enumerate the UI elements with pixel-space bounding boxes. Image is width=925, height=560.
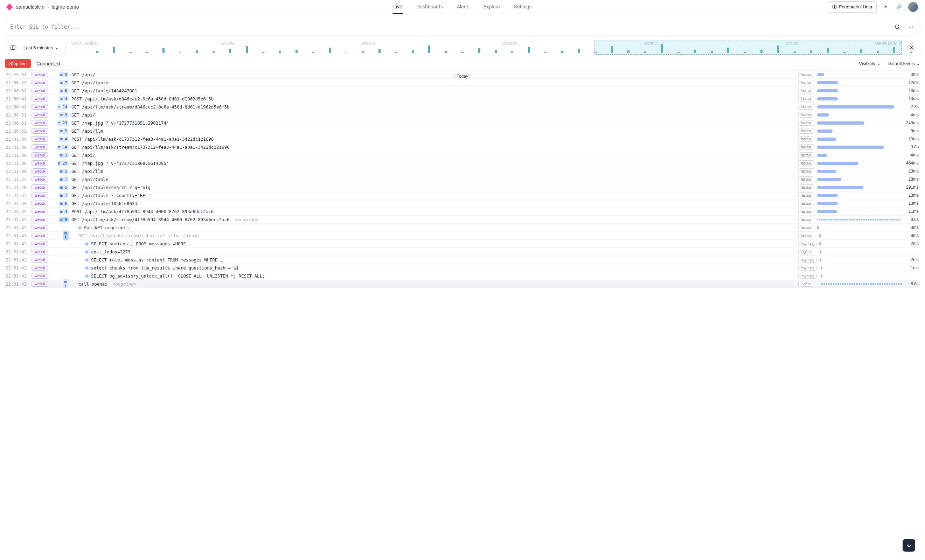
- span-row[interactable]: 22:31:42webuiFastAPI argumentsfastapi3ms: [5, 224, 920, 232]
- expand-badge[interactable]: ⊞ 29: [57, 161, 69, 166]
- timeline-bar: [130, 52, 132, 53]
- span-row[interactable]: 22:31:40webui⊞ 6GET /api/table/105616862…: [5, 200, 920, 208]
- breadcrumb-project[interactable]: logfire-demo: [52, 4, 79, 10]
- span-row[interactable]: 22:30:29webui⊞ 7GET /api/tablefastapi12m…: [5, 79, 920, 87]
- span-row[interactable]: 22:31:25webui⊞ 7GET /api/tablefastapi18m…: [5, 175, 920, 184]
- nav-dashboards[interactable]: Dashboards: [416, 0, 444, 14]
- span-tree: ⊞ 29: [56, 120, 70, 126]
- timeline-bar: [910, 52, 912, 53]
- timeline-chart[interactable]: Sep 30, 22:26:51 Sep 30, 22:31:51 22:27:…: [71, 42, 902, 53]
- expand-badge[interactable]: ⊞ 14: [57, 145, 69, 150]
- span-message: GET /map.jpg ? v='1727731851.2902174': [70, 120, 798, 126]
- zoom-in-button[interactable]: [907, 43, 916, 52]
- span-duration: 464ms: [902, 161, 920, 166]
- expand-badge[interactable]: ⊞ 5: [59, 169, 69, 174]
- origin-tag: fastapi: [798, 88, 814, 93]
- span-row[interactable]: 22:31:42webuiSELECT role, mess…as conten…: [5, 256, 920, 264]
- span-tree: ⊞ 5: [56, 169, 70, 174]
- expand-badge[interactable]: ⊞ 3: [59, 112, 69, 117]
- span-row[interactable]: 22:31:08webui⊞ 29GET /map.jpg ? v='17277…: [5, 159, 920, 167]
- origin-tag: asyncpg: [798, 241, 817, 246]
- avatar[interactable]: [908, 2, 918, 12]
- levels-dropdown[interactable]: Default levels ⌄: [887, 61, 920, 66]
- expand-badge[interactable]: ⊟ 5: [63, 231, 69, 241]
- span-row[interactable]: 22:31:42webuiSELECT sum(cost) FROM messa…: [5, 240, 920, 248]
- timeline-bar: [445, 51, 447, 53]
- theme-toggle-icon[interactable]: ☀: [881, 3, 890, 11]
- span-row[interactable]: 22:31:00webui⊞ 14GET /api/llm/ask/stream…: [5, 143, 920, 151]
- span-message: GET /map.jpg ? v='1727731868.5614395': [70, 161, 798, 166]
- expand-badge[interactable]: ⊞ 14: [57, 104, 69, 110]
- timeline-selection[interactable]: [595, 41, 902, 54]
- span-row[interactable]: 22:30:51webui⊞ 29GET /map.jpg ? v='17277…: [5, 119, 920, 127]
- span-row[interactable]: 22:31:42webuiselect chunks from llm_resu…: [5, 264, 920, 272]
- span-time: 22:31:42: [5, 273, 29, 278]
- span-duration-bar: [817, 153, 902, 158]
- search-icon[interactable]: [893, 23, 902, 31]
- expand-badge[interactable]: ⊞ 5: [59, 128, 69, 134]
- nav-live[interactable]: Live: [392, 0, 403, 14]
- span-row[interactable]: 22:30:31webui⊞ 6GET /api/table/148424788…: [5, 87, 920, 95]
- stop-live-button[interactable]: Stop live: [5, 59, 31, 68]
- chevron-down-icon: ⌄: [877, 61, 881, 66]
- breadcrumb-org[interactable]: samuelcolvin: [16, 4, 44, 10]
- span-duration-bar: [817, 201, 902, 206]
- expand-badge[interactable]: ⊞ 4: [59, 96, 69, 101]
- span-row[interactable]: 22:31:42webui⊟ 5GET /api/llm/ask/stream/…: [5, 232, 920, 240]
- span-row[interactable]: 22:30:41webui⊞ 14GET /api/llm/ask/stream…: [5, 103, 920, 111]
- expand-badge[interactable]: ⊞ 4: [59, 209, 69, 214]
- nav-explore[interactable]: Explore: [482, 0, 500, 14]
- service-tag: webui: [32, 160, 48, 166]
- span-row[interactable]: 22:31:42webui⊞ 4POST /api/llm/ask/4f78a5…: [5, 208, 920, 215]
- sql-filter-input[interactable]: [10, 24, 893, 30]
- origin-tag: fastapi: [798, 112, 814, 117]
- expand-badge[interactable]: ⊟ 9: [59, 217, 69, 222]
- expand-badge[interactable]: ⊞ 7: [59, 80, 69, 86]
- span-row[interactable]: 22:31:42webui⊟ 9GET /api/llm/ask/stream/…: [5, 215, 920, 224]
- feedback-button[interactable]: ⓘ Feedback / Help: [828, 2, 877, 13]
- expand-badge[interactable]: ⊞ 5: [59, 185, 69, 190]
- span-list: Today 22:29:51webui⊞ 3GET /api/fastapi3m…: [5, 70, 920, 288]
- span-row[interactable]: 22:30:41webui⊞ 4POST /api/llm/ask/d846cc…: [5, 95, 920, 103]
- span-row[interactable]: 22:31:08webui⊞ 3GET /api/fastapi4ms: [5, 151, 920, 159]
- span-row[interactable]: 22:31:32webui⊞ 7GET /api/table ? country…: [5, 191, 920, 200]
- timeline-bar: [578, 49, 580, 53]
- expand-badge[interactable]: ⊞ 3: [59, 72, 69, 77]
- span-origin: fastapi: [798, 88, 817, 93]
- expand-badge[interactable]: ⊞ 4: [59, 137, 69, 142]
- span-row[interactable]: 22:30:52webui⊞ 5GET /api/llmfastapi9ms: [5, 127, 920, 135]
- expand-badge[interactable]: ⊞ 7: [59, 193, 69, 198]
- more-icon[interactable]: ⋯: [907, 23, 915, 31]
- expand-badge[interactable]: ⊞ 1: [63, 279, 69, 288]
- origin-tag: asyncpg: [798, 257, 817, 262]
- nav-settings[interactable]: Settings: [513, 0, 533, 14]
- span-row[interactable]: 22:31:00webui⊞ 4POST /api/llm/ask/c17373…: [5, 135, 920, 143]
- span-row[interactable]: 22:31:08webui⊞ 5GET /api/llmfastapi10ms: [5, 167, 920, 175]
- span-time: 22:31:42: [5, 265, 29, 271]
- span-time: 22:31:32: [5, 193, 29, 198]
- sidebar-toggle-icon[interactable]: [9, 44, 17, 52]
- span-service: webui: [32, 88, 56, 93]
- link-icon[interactable]: 🔗: [895, 3, 903, 11]
- span-row[interactable]: 22:30:51webui⊞ 3GET /api/fastapi4ms: [5, 111, 920, 119]
- timeline-bar: [279, 51, 281, 53]
- today-pill: Today: [453, 73, 472, 80]
- span-row[interactable]: 22:31:42webui⊞ 1call openai<ongoing>logf…: [5, 280, 920, 288]
- expand-badge[interactable]: ⊞ 7: [59, 177, 69, 182]
- service-tag: webui: [32, 96, 48, 101]
- span-row[interactable]: 22:31:28webui⊞ 5GET /api/table/search ? …: [5, 184, 920, 191]
- span-duration-bar: [817, 185, 902, 190]
- span-duration-bar: [817, 72, 902, 77]
- span-origin: logfire: [798, 249, 817, 254]
- time-range-button[interactable]: Last 5 minutes ⌄: [23, 44, 60, 52]
- expand-badge[interactable]: ⊞ 6: [59, 88, 69, 93]
- expand-badge[interactable]: ⊞ 6: [59, 201, 69, 206]
- visibility-dropdown[interactable]: Visibility ⌄: [859, 61, 881, 66]
- span-row[interactable]: 22:31:42webuicost_today=2273logfire: [5, 248, 920, 256]
- nav-alerts[interactable]: Alerts: [456, 0, 470, 14]
- expand-badge[interactable]: ⊞ 3: [59, 153, 69, 158]
- span-message-text: GET /map.jpg ? v='1727731868.5614395': [71, 161, 169, 166]
- span-row[interactable]: 22:31:42webuiSELECT pg_advisory_unlock_a…: [5, 272, 920, 280]
- expand-badge[interactable]: ⊞ 29: [57, 120, 69, 126]
- span-duration: 3.8s: [902, 145, 920, 149]
